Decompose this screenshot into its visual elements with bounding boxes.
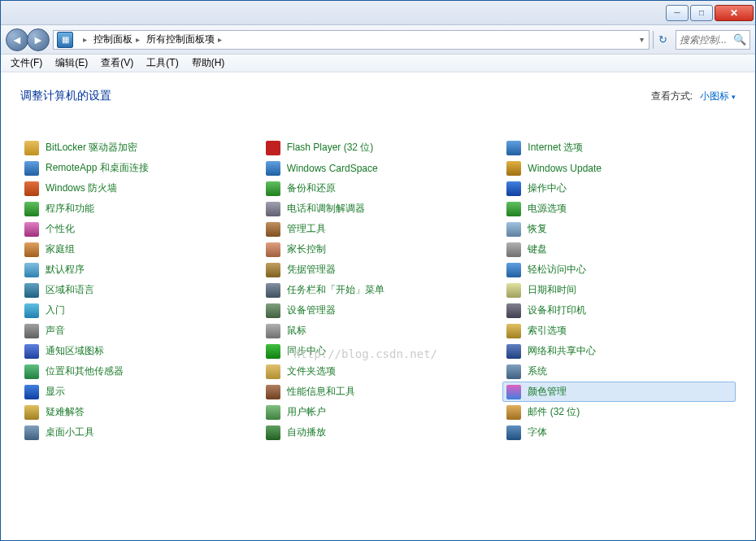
item-firewall[interactable]: Windows 防火墙 (20, 178, 254, 199)
search-box[interactable]: 🔍 (676, 30, 750, 50)
forward-button[interactable]: ► (27, 28, 50, 51)
minimize-button[interactable]: ─ (666, 5, 689, 21)
item-date-time[interactable]: 日期和时间 (502, 280, 736, 300)
view-by: 查看方式: 小图标 (651, 89, 736, 103)
item-getting-started[interactable]: 入门 (20, 300, 254, 321)
item-default-programs[interactable]: 默认程序 (20, 260, 254, 280)
item-keyboard[interactable]: 键盘 (502, 239, 736, 260)
address-dropdown[interactable]: ▾ (635, 35, 649, 44)
item-label: 桌面小工具 (46, 425, 94, 439)
item-label: 邮件 (32 位) (528, 405, 580, 419)
perf-icon (266, 385, 280, 399)
gadget-icon (24, 425, 39, 440)
prog-icon (24, 202, 39, 216)
inet-icon (506, 141, 521, 155)
item-label: 通知区域图标 (46, 344, 104, 358)
item-troubleshooting[interactable]: 疑难解答 (20, 402, 254, 422)
kbd-icon (506, 242, 521, 257)
menubar: 文件(F) 编辑(E) 查看(V) 工具(T) 帮助(H) (1, 55, 755, 72)
item-recovery[interactable]: 恢复 (502, 219, 736, 239)
item-flash[interactable]: Flash Player (32 位) (262, 137, 495, 158)
loc-icon (24, 364, 39, 379)
item-folder-options[interactable]: 文件夹选项 (262, 361, 495, 382)
item-sound[interactable]: 声音 (20, 321, 254, 341)
item-action-center[interactable]: 操作中心 (502, 178, 736, 199)
item-system[interactable]: 系统 (502, 361, 736, 382)
item-location-sensors[interactable]: 位置和其他传感器 (20, 361, 254, 382)
flash-icon (266, 141, 280, 155)
item-region[interactable]: 区域和语言 (20, 280, 254, 300)
disp-icon (24, 385, 39, 399)
item-internet-options[interactable]: Internet 选项 (502, 137, 736, 158)
menu-view[interactable]: 查看(V) (94, 55, 140, 72)
item-fonts[interactable]: 字体 (502, 422, 736, 443)
item-autoplay[interactable]: 自动播放 (262, 422, 495, 443)
search-input[interactable] (680, 34, 733, 46)
menu-file[interactable]: 文件(F) (4, 55, 49, 72)
cred-icon (266, 263, 280, 277)
item-phone-modem[interactable]: 电话和调制解调器 (262, 199, 495, 219)
item-label: 凭据管理器 (287, 263, 336, 277)
item-label: Internet 选项 (528, 141, 583, 155)
item-parental[interactable]: 家长控制 (262, 239, 495, 260)
item-indexing[interactable]: 索引选项 (502, 321, 736, 341)
breadcrumb-all-items[interactable]: 所有控制面板项▸ (143, 31, 225, 49)
item-user-accounts[interactable]: 用户帐户 (262, 402, 495, 422)
item-bitlocker[interactable]: BitLocker 驱动器加密 (20, 137, 254, 158)
menu-edit[interactable]: 编辑(E) (49, 55, 94, 72)
item-devices-printers[interactable]: 设备和打印机 (502, 300, 736, 321)
back-button[interactable]: ◄ (6, 28, 28, 51)
search-icon[interactable]: 🔍 (733, 33, 746, 46)
item-ease-of-access[interactable]: 轻松访问中心 (502, 260, 736, 280)
sys-icon (506, 364, 521, 379)
item-programs[interactable]: 程序和功能 (20, 199, 254, 219)
item-label: 字体 (528, 425, 547, 439)
item-color-management[interactable]: 颜色管理 (502, 382, 736, 402)
item-backup[interactable]: 备份和还原 (262, 178, 495, 199)
breadcrumb-control-panel[interactable]: 控制面板▸ (90, 31, 143, 49)
item-windows-update[interactable]: Windows Update (502, 158, 736, 178)
titlebar: ─ □ ✕ (1, 1, 755, 25)
item-notification-icons[interactable]: 通知区域图标 (20, 341, 254, 361)
item-mouse[interactable]: 鼠标 (262, 321, 495, 341)
item-power[interactable]: 电源选项 (502, 199, 736, 219)
parent-icon (266, 242, 280, 257)
item-mail[interactable]: 邮件 (32 位) (502, 402, 736, 422)
refresh-button[interactable]: ↻ (653, 31, 672, 49)
item-label: 自动播放 (287, 425, 326, 439)
close-button[interactable]: ✕ (715, 5, 754, 21)
item-homegroup[interactable]: 家庭组 (20, 239, 254, 260)
item-cardspace[interactable]: Windows CardSpace (262, 158, 495, 178)
menu-help[interactable]: 帮助(H) (185, 55, 232, 72)
home-icon (24, 242, 39, 257)
item-label: 电话和调制解调器 (287, 202, 365, 216)
item-display[interactable]: 显示 (20, 382, 254, 402)
item-network-sharing[interactable]: 网络和共享中心 (502, 341, 736, 361)
item-device-manager[interactable]: 设备管理器 (262, 300, 495, 321)
item-label: 疑难解答 (46, 405, 85, 419)
item-label: 系统 (528, 364, 547, 378)
address-bar[interactable]: ▦ ▸ 控制面板▸ 所有控制面板项▸ ▾ (53, 30, 650, 50)
item-sync-center[interactable]: 同步中心 (262, 341, 495, 361)
power-icon (506, 202, 521, 216)
item-gadgets[interactable]: 桌面小工具 (20, 422, 254, 443)
item-label: 任务栏和「开始」菜单 (287, 283, 385, 297)
item-admin-tools[interactable]: 管理工具 (262, 219, 495, 239)
item-performance[interactable]: 性能信息和工具 (262, 382, 495, 402)
item-taskbar[interactable]: 任务栏和「开始」菜单 (262, 280, 495, 300)
menu-tools[interactable]: 工具(T) (140, 55, 185, 72)
item-label: 默认程序 (46, 263, 85, 277)
item-credentials[interactable]: 凭据管理器 (262, 260, 495, 280)
item-label: Windows 防火墙 (46, 181, 117, 195)
view-by-dropdown[interactable]: 小图标 (700, 90, 736, 102)
item-personalization[interactable]: 个性化 (20, 219, 254, 239)
item-label: 家庭组 (46, 242, 75, 256)
lock-icon (24, 141, 39, 155)
item-label: 文件夹选项 (287, 364, 336, 378)
maximize-button[interactable]: □ (690, 5, 713, 21)
item-label: 电源选项 (528, 202, 567, 216)
breadcrumb-root[interactable]: ▸ (76, 31, 90, 49)
item-label: 颜色管理 (528, 385, 567, 399)
page-title: 调整计算机的设置 (20, 89, 111, 103)
item-remoteapp[interactable]: RemoteApp 和桌面连接 (20, 158, 254, 178)
